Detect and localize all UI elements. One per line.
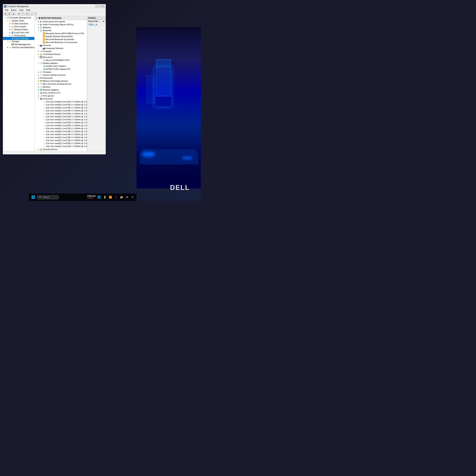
tree-shared-folders[interactable]: ▶ 📂 Shared Folders <box>3 28 34 31</box>
device-disk-drives[interactable]: ▼ 💾 Disk drives <box>34 56 87 59</box>
tree-local-users[interactable]: ▶ 👤 Local Users and <box>3 31 34 34</box>
device-audio-inputs[interactable]: ▶ 🔊 Audio inputs and outputs <box>34 20 87 23</box>
menu-view[interactable]: View <box>18 9 25 11</box>
left-pane-tree[interactable]: ▼ 🖥 Computer Management ▼ 📁 System Tools… <box>3 16 34 154</box>
tree-storage[interactable]: ▼ 📁 Storage <box>3 40 34 43</box>
expand-audio-inputs[interactable]: ▶ <box>37 20 40 23</box>
expand-system-tools[interactable]: ▼ <box>7 19 9 22</box>
expand-disk-drives[interactable]: ▼ <box>37 56 40 58</box>
device-bluetooth[interactable]: ▼ 📡 Bluetooth <box>34 29 87 32</box>
device-bt-intel[interactable]: 📶 Intel(R) Wireless Bluetooth(R) <box>34 35 87 38</box>
device-cpu-5[interactable]: □ 11th Gen Intel(R) Core(TM) i7-11850H @… <box>34 115 87 118</box>
device-ports[interactable]: ▶ 🔌 Ports (COM & LPT) <box>34 91 87 94</box>
expand-hid[interactable]: ▶ <box>37 74 40 76</box>
device-cpu-3[interactable]: □ 11th Gen Intel(R) Core(TM) i7-11850H @… <box>34 109 87 112</box>
expand-network[interactable]: ▶ <box>37 89 40 91</box>
device-bt-ms-le[interactable]: 📶 Microsoft Bluetooth LE Enumerator <box>34 41 87 44</box>
start-button[interactable] <box>31 195 36 200</box>
expand-cameras[interactable]: ▼ <box>37 44 40 46</box>
device-cameras[interactable]: ▼ 📷 Cameras <box>34 44 87 47</box>
expand-event-viewer[interactable]: ▶ <box>9 25 11 28</box>
device-cpu-10[interactable]: □ 11th Gen Intel(R) Core(TM) i7-11850H @… <box>34 130 87 133</box>
menu-file[interactable]: File <box>4 9 9 11</box>
tree-root[interactable]: ▼ 🖥 Computer Management <box>3 16 34 19</box>
device-security[interactable]: ▶ 🔒 Security devices <box>34 148 87 151</box>
device-controlvault[interactable]: ▶ 🔒 ControlVault Device <box>34 53 87 56</box>
maximize-button[interactable]: □ <box>98 5 101 8</box>
expand-services[interactable]: ▶ <box>7 46 9 49</box>
expand-security[interactable]: ▶ <box>37 148 40 150</box>
tree-services[interactable]: ▶ 📁 Services and Applications <box>3 46 34 49</box>
device-webcam[interactable]: 📸 Integrated Webcam <box>34 47 87 50</box>
device-nvidia[interactable]: 🖥 NVIDIA T1200 Laptop GPU <box>34 68 87 70</box>
device-cpu-2[interactable]: □ 11th Gen Intel(R) Core(TM) i7-11850H @… <box>34 106 87 109</box>
menu-help[interactable]: Help <box>25 9 32 11</box>
toolbar-forward[interactable]: ► <box>8 12 11 16</box>
device-print-queues[interactable]: ▶ 🖨 Print queues <box>34 94 87 97</box>
expand-controlvault[interactable]: ▶ <box>37 53 40 55</box>
toolbar-btn3[interactable]: ⚙ <box>25 12 29 16</box>
device-processors[interactable]: ▼ 💻 Processors <box>34 97 87 100</box>
expand-monitors[interactable]: ▶ <box>37 86 40 88</box>
device-hid[interactable]: ▶ 🖱 Human Interface Devices <box>34 73 87 76</box>
middle-pane-devices[interactable]: ▼ 🖥 DESKTOP-HFQUOAS ▶ 🔊 Audio inputs and… <box>34 16 87 154</box>
expand-computer[interactable]: ▼ <box>36 17 38 19</box>
device-cpu-4[interactable]: □ 11th Gen Intel(R) Core(TM) i7-11850H @… <box>34 112 87 115</box>
device-cpu-9[interactable]: □ 11th Gen Intel(R) Core(TM) i7-11850H @… <box>34 127 87 130</box>
taskbar-ticker[interactable]: USD/CAD -0.39% <box>87 195 96 199</box>
expand-task-scheduler[interactable]: ▶ <box>9 22 11 25</box>
expand-device-manager[interactable] <box>9 37 11 39</box>
taskbar-wifi-icon[interactable]: 📶 <box>108 195 112 199</box>
toolbar-back[interactable]: ◄ <box>3 12 7 16</box>
menu-action[interactable]: Action <box>10 9 18 11</box>
taskbar-search-box[interactable]: 🔍 Search <box>37 195 59 199</box>
expand-batteries[interactable]: ▶ <box>37 26 40 29</box>
expand-mice[interactable]: ▶ <box>37 83 40 85</box>
toolbar-up[interactable]: ▲ <box>12 12 16 16</box>
toolbar-btn4[interactable]: 📊 <box>29 12 33 16</box>
taskbar-edge-icon[interactable]: e <box>114 195 118 199</box>
device-cpu-15[interactable]: □ 11th Gen Intel(R) Core(TM) i7-11850H @… <box>34 145 87 148</box>
device-monitors[interactable]: ▶ 🖵 Monitors <box>34 85 87 88</box>
device-cpu-12[interactable]: □ 11th Gen Intel(R) Core(TM) i7-11850H @… <box>34 136 87 139</box>
tree-task-scheduler[interactable]: ▶ ⏰ Task Scheduler <box>3 22 34 25</box>
device-cpu-1[interactable]: □ 11th Gen Intel(R) Core(TM) i7-11850H @… <box>34 103 87 106</box>
expand-shared-folders[interactable]: ▶ <box>9 28 11 31</box>
tree-system-tools[interactable]: ▼ 📁 System Tools <box>3 19 34 22</box>
expand-computer-dev[interactable]: ▶ <box>37 50 40 52</box>
device-cpu-0[interactable]: □ 11th Gen Intel(R) Core(TM) i7-11850H @… <box>34 100 87 103</box>
device-network[interactable]: ▶ 🌐 Network adapters <box>34 88 87 91</box>
toolbar-btn2[interactable]: 📋 <box>21 12 25 16</box>
device-cpu-8[interactable]: □ 11th Gen Intel(R) Core(TM) i7-11850H @… <box>34 124 87 127</box>
tree-performance[interactable]: ▶ 📈 Performance <box>3 34 34 37</box>
expand-bluetooth[interactable]: ▼ <box>37 29 40 32</box>
device-display-adapters[interactable]: ▼ 🖵 Display adapters <box>34 62 87 65</box>
expand-performance[interactable]: ▶ <box>9 34 11 36</box>
taskbar-widgets-icon[interactable] <box>97 195 101 199</box>
toolbar-btn5[interactable]: ❓ <box>34 12 37 16</box>
device-mice[interactable]: ▶ 🖱 Mice and other pointing devices <box>34 83 87 85</box>
tree-device-manager[interactable]: 🖥 Device Manager <box>3 37 34 40</box>
actions-device-mgr-header[interactable]: Device Ma... ▲ <box>87 20 106 23</box>
expand-print-queues[interactable]: ▶ <box>37 95 40 97</box>
device-cpu-14[interactable]: □ 11th Gen Intel(R) Core(TM) i7-11850H @… <box>34 142 87 145</box>
device-audio-processing[interactable]: ▶ 🔉 Audio Processing Objects (APOs) <box>34 23 87 26</box>
device-micron[interactable]: 💿 Micron MTFDHBA512TDV <box>34 59 87 62</box>
taskbar-close-icon[interactable]: ✕ <box>131 195 135 199</box>
expand-storage[interactable]: ▼ <box>7 40 9 43</box>
expand-local-users[interactable]: ▶ <box>9 31 11 34</box>
device-bt-ms-enum[interactable]: 📶 Microsoft Bluetooth Enumerator <box>34 38 87 41</box>
tree-event-viewer[interactable]: ▶ 📋 Event Viewer <box>3 25 34 28</box>
device-cpu-6[interactable]: □ 11th Gen Intel(R) Core(TM) i7-11850H @… <box>34 118 87 121</box>
expand-ports[interactable]: ▶ <box>37 92 40 94</box>
device-bt-rfcomm[interactable]: 📶 Bluetooth Device (RFCOMM Protocol TDI) <box>34 32 87 35</box>
minimize-button[interactable]: ─ <box>95 5 98 8</box>
taskbar-folder-icon[interactable]: 📁 <box>119 195 123 199</box>
device-batteries[interactable]: ▶ 🔋 Batteries <box>34 26 87 29</box>
tree-disk-mgmt[interactable]: 💾 Disk Management <box>3 43 34 46</box>
toolbar-btn1[interactable]: 🖥 <box>17 12 21 16</box>
device-memory-tech[interactable]: ▶ 💳 Memory technology devices <box>34 80 87 83</box>
device-intel-uhd[interactable]: 🖥 Intel(R) UHD Graphics <box>34 65 87 68</box>
expand-firmware[interactable]: ▶ <box>37 71 40 73</box>
close-button[interactable]: ✕ <box>102 5 105 8</box>
